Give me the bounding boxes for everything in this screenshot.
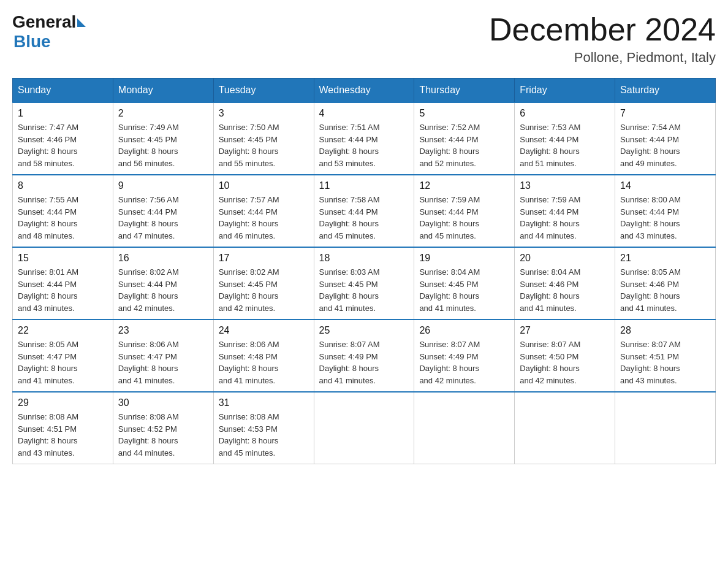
day-info: Sunrise: 7:47 AMSunset: 4:46 PMDaylight:… — [18, 121, 108, 169]
day-info: Sunrise: 7:56 AMSunset: 4:44 PMDaylight:… — [118, 194, 208, 242]
col-thursday: Thursday — [414, 79, 515, 103]
day-info: Sunrise: 8:07 AMSunset: 4:50 PMDaylight:… — [520, 339, 610, 386]
calendar-table: Sunday Monday Tuesday Wednesday Thursday… — [12, 78, 716, 464]
day-number: 15 — [18, 253, 108, 264]
table-row: 28Sunrise: 8:07 AMSunset: 4:51 PMDayligh… — [615, 320, 716, 392]
table-row: 20Sunrise: 8:04 AMSunset: 4:46 PMDayligh… — [515, 247, 615, 320]
day-info: Sunrise: 8:04 AMSunset: 4:46 PMDaylight:… — [520, 266, 610, 314]
day-number: 18 — [319, 253, 409, 264]
table-row: 16Sunrise: 8:02 AMSunset: 4:44 PMDayligh… — [113, 247, 213, 320]
table-row: 3Sunrise: 7:50 AMSunset: 4:45 PMDaylight… — [213, 102, 314, 175]
day-number: 7 — [620, 108, 710, 119]
table-row — [414, 392, 515, 464]
table-row — [515, 392, 615, 464]
day-info: Sunrise: 8:06 AMSunset: 4:47 PMDaylight:… — [118, 339, 208, 386]
day-number: 30 — [118, 397, 208, 408]
calendar-header-row: Sunday Monday Tuesday Wednesday Thursday… — [13, 79, 716, 103]
table-row: 5Sunrise: 7:52 AMSunset: 4:44 PMDaylight… — [414, 102, 515, 175]
day-info: Sunrise: 7:59 AMSunset: 4:44 PMDaylight:… — [419, 194, 509, 242]
table-row — [314, 392, 414, 464]
day-info: Sunrise: 8:08 AMSunset: 4:51 PMDaylight:… — [18, 411, 108, 459]
table-row: 6Sunrise: 7:53 AMSunset: 4:44 PMDaylight… — [515, 102, 615, 175]
day-info: Sunrise: 8:05 AMSunset: 4:47 PMDaylight:… — [18, 339, 108, 386]
table-row: 17Sunrise: 8:02 AMSunset: 4:45 PMDayligh… — [213, 247, 314, 320]
day-number: 4 — [319, 108, 409, 119]
table-row: 4Sunrise: 7:51 AMSunset: 4:44 PMDaylight… — [314, 102, 414, 175]
table-row: 9Sunrise: 7:56 AMSunset: 4:44 PMDaylight… — [113, 175, 213, 247]
month-title: December 2024 — [489, 12, 716, 47]
day-number: 26 — [419, 325, 509, 336]
day-number: 27 — [520, 325, 610, 336]
day-info: Sunrise: 7:53 AMSunset: 4:44 PMDaylight:… — [520, 121, 610, 169]
day-number: 21 — [620, 253, 710, 264]
day-info: Sunrise: 8:06 AMSunset: 4:48 PMDaylight:… — [219, 339, 309, 386]
day-number: 11 — [319, 180, 409, 191]
table-row: 13Sunrise: 7:59 AMSunset: 4:44 PMDayligh… — [515, 175, 615, 247]
logo-arrow-icon — [77, 18, 86, 27]
table-row: 19Sunrise: 8:04 AMSunset: 4:45 PMDayligh… — [414, 247, 515, 320]
day-number: 23 — [118, 325, 208, 336]
day-number: 24 — [219, 325, 309, 336]
col-monday: Monday — [113, 79, 213, 103]
calendar-week-row-5: 29Sunrise: 8:08 AMSunset: 4:51 PMDayligh… — [13, 392, 716, 464]
day-info: Sunrise: 8:07 AMSunset: 4:49 PMDaylight:… — [419, 339, 509, 386]
day-info: Sunrise: 8:02 AMSunset: 4:44 PMDaylight:… — [118, 266, 208, 314]
day-number: 31 — [219, 397, 309, 408]
day-number: 14 — [620, 180, 710, 191]
table-row: 21Sunrise: 8:05 AMSunset: 4:46 PMDayligh… — [615, 247, 716, 320]
calendar-week-row-4: 22Sunrise: 8:05 AMSunset: 4:47 PMDayligh… — [13, 320, 716, 392]
day-number: 17 — [219, 253, 309, 264]
day-info: Sunrise: 8:02 AMSunset: 4:45 PMDaylight:… — [219, 266, 309, 314]
table-row: 31Sunrise: 8:08 AMSunset: 4:53 PMDayligh… — [213, 392, 314, 464]
day-info: Sunrise: 7:54 AMSunset: 4:44 PMDaylight:… — [620, 121, 710, 169]
day-info: Sunrise: 8:08 AMSunset: 4:52 PMDaylight:… — [118, 411, 208, 459]
day-number: 25 — [319, 325, 409, 336]
col-sunday: Sunday — [13, 79, 113, 103]
day-number: 9 — [118, 180, 208, 191]
table-row: 1Sunrise: 7:47 AMSunset: 4:46 PMDaylight… — [13, 102, 113, 175]
col-saturday: Saturday — [615, 79, 716, 103]
logo-blue-text: Blue — [13, 32, 51, 51]
col-wednesday: Wednesday — [314, 79, 414, 103]
day-info: Sunrise: 8:05 AMSunset: 4:46 PMDaylight:… — [620, 266, 710, 314]
day-info: Sunrise: 7:59 AMSunset: 4:44 PMDaylight:… — [520, 194, 610, 242]
day-info: Sunrise: 7:51 AMSunset: 4:44 PMDaylight:… — [319, 121, 409, 169]
day-info: Sunrise: 7:52 AMSunset: 4:44 PMDaylight:… — [419, 121, 509, 169]
day-info: Sunrise: 7:55 AMSunset: 4:44 PMDaylight:… — [18, 194, 108, 242]
day-number: 3 — [219, 108, 309, 119]
table-row: 25Sunrise: 8:07 AMSunset: 4:49 PMDayligh… — [314, 320, 414, 392]
table-row: 29Sunrise: 8:08 AMSunset: 4:51 PMDayligh… — [13, 392, 113, 464]
page-header: General Blue December 2024 Pollone, Pied… — [12, 12, 716, 66]
table-row: 7Sunrise: 7:54 AMSunset: 4:44 PMDaylight… — [615, 102, 716, 175]
table-row: 24Sunrise: 8:06 AMSunset: 4:48 PMDayligh… — [213, 320, 314, 392]
logo-general-text: General — [12, 12, 76, 32]
day-number: 29 — [18, 397, 108, 408]
table-row: 27Sunrise: 8:07 AMSunset: 4:50 PMDayligh… — [515, 320, 615, 392]
table-row: 2Sunrise: 7:49 AMSunset: 4:45 PMDaylight… — [113, 102, 213, 175]
day-number: 1 — [18, 108, 108, 119]
table-row: 10Sunrise: 7:57 AMSunset: 4:44 PMDayligh… — [213, 175, 314, 247]
day-info: Sunrise: 7:58 AMSunset: 4:44 PMDaylight:… — [319, 194, 409, 242]
day-number: 13 — [520, 180, 610, 191]
day-info: Sunrise: 7:57 AMSunset: 4:44 PMDaylight:… — [219, 194, 309, 242]
table-row: 15Sunrise: 8:01 AMSunset: 4:44 PMDayligh… — [13, 247, 113, 320]
table-row: 8Sunrise: 7:55 AMSunset: 4:44 PMDaylight… — [13, 175, 113, 247]
col-tuesday: Tuesday — [213, 79, 314, 103]
day-info: Sunrise: 8:01 AMSunset: 4:44 PMDaylight:… — [18, 266, 108, 314]
table-row: 30Sunrise: 8:08 AMSunset: 4:52 PMDayligh… — [113, 392, 213, 464]
day-number: 2 — [118, 108, 208, 119]
day-info: Sunrise: 8:03 AMSunset: 4:45 PMDaylight:… — [319, 266, 409, 314]
day-number: 12 — [419, 180, 509, 191]
day-number: 5 — [419, 108, 509, 119]
day-number: 10 — [219, 180, 309, 191]
calendar-week-row-2: 8Sunrise: 7:55 AMSunset: 4:44 PMDaylight… — [13, 175, 716, 247]
day-info: Sunrise: 8:00 AMSunset: 4:44 PMDaylight:… — [620, 194, 710, 242]
table-row: 22Sunrise: 8:05 AMSunset: 4:47 PMDayligh… — [13, 320, 113, 392]
table-row: 23Sunrise: 8:06 AMSunset: 4:47 PMDayligh… — [113, 320, 213, 392]
table-row: 26Sunrise: 8:07 AMSunset: 4:49 PMDayligh… — [414, 320, 515, 392]
day-number: 6 — [520, 108, 610, 119]
col-friday: Friday — [515, 79, 615, 103]
calendar-week-row-3: 15Sunrise: 8:01 AMSunset: 4:44 PMDayligh… — [13, 247, 716, 320]
day-number: 16 — [118, 253, 208, 264]
day-info: Sunrise: 7:49 AMSunset: 4:45 PMDaylight:… — [118, 121, 208, 169]
